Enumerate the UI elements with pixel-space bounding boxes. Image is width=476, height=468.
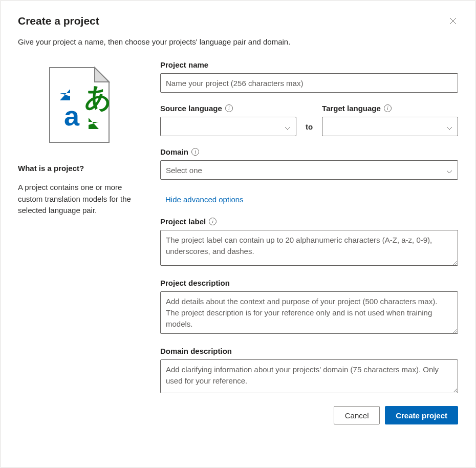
project-name-input[interactable] bbox=[160, 73, 458, 93]
dialog-body: あ a What is a project? A project contain… bbox=[18, 60, 458, 455]
svg-text:a: a bbox=[64, 100, 80, 131]
target-language-field: Target language i bbox=[322, 104, 458, 136]
chevron-down-icon bbox=[446, 123, 452, 130]
sidebar-text: A project contains one or more custom tr… bbox=[18, 182, 141, 217]
translate-document-icon: あ a bbox=[49, 67, 110, 143]
domain-description-label: Domain description bbox=[160, 347, 232, 355]
dialog-subtitle: Give your project a name, then choose yo… bbox=[18, 37, 458, 46]
source-language-field: Source language i bbox=[160, 104, 296, 136]
project-name-field: Project name bbox=[160, 60, 458, 93]
language-pair-row: Source language i to Target language i bbox=[160, 104, 458, 136]
sidebar-heading: What is a project? bbox=[18, 164, 141, 173]
source-language-select[interactable] bbox=[160, 117, 296, 136]
project-label-input[interactable] bbox=[160, 230, 458, 266]
domain-field: Domain i Select one bbox=[160, 147, 458, 180]
info-icon[interactable]: i bbox=[191, 148, 199, 156]
source-language-label: Source language i bbox=[160, 104, 296, 113]
to-label: to bbox=[306, 122, 313, 136]
target-language-select[interactable] bbox=[322, 117, 458, 136]
chevron-down-icon bbox=[446, 167, 452, 173]
project-description-input[interactable] bbox=[160, 291, 458, 334]
target-language-label: Target language i bbox=[322, 104, 458, 113]
domain-description-input[interactable] bbox=[160, 359, 458, 393]
close-button[interactable] bbox=[445, 13, 461, 29]
domain-description-field: Domain description bbox=[160, 347, 458, 395]
domain-select[interactable]: Select one bbox=[160, 160, 458, 180]
svg-text:あ: あ bbox=[84, 82, 110, 112]
create-project-button[interactable]: Create project bbox=[385, 406, 458, 424]
dialog-footer: Cancel Create project bbox=[160, 406, 458, 424]
project-description-label: Project description bbox=[160, 279, 230, 287]
project-label-label: Project label i bbox=[160, 217, 217, 226]
cancel-button[interactable]: Cancel bbox=[334, 406, 380, 424]
info-icon[interactable]: i bbox=[209, 218, 217, 225]
form-panel: Project name Source language i to bbox=[160, 60, 458, 455]
create-project-dialog: Create a project Give your project a nam… bbox=[0, 0, 476, 468]
close-icon bbox=[449, 17, 457, 25]
svg-marker-3 bbox=[95, 68, 109, 82]
chevron-down-icon bbox=[285, 123, 291, 130]
info-icon[interactable]: i bbox=[225, 104, 233, 112]
toggle-advanced-link[interactable]: Hide advanced options bbox=[160, 191, 244, 204]
project-name-label: Project name bbox=[160, 60, 208, 69]
info-icon[interactable]: i bbox=[384, 104, 392, 112]
domain-label: Domain i bbox=[160, 147, 199, 156]
dialog-title: Create a project bbox=[18, 15, 99, 27]
sidebar-panel: あ a What is a project? A project contain… bbox=[18, 60, 141, 455]
dialog-header: Create a project bbox=[18, 15, 458, 29]
project-description-field: Project description bbox=[160, 279, 458, 335]
project-label-field: Project label i bbox=[160, 217, 458, 267]
